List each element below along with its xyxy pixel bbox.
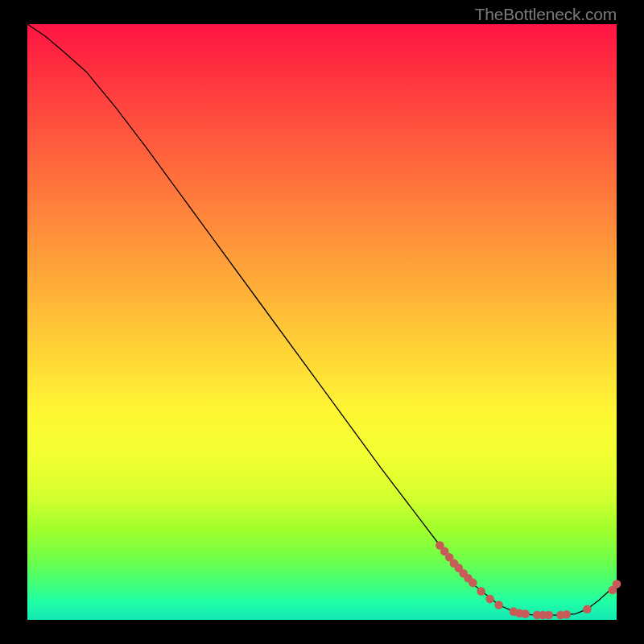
data-point — [545, 611, 554, 620]
data-point — [494, 601, 503, 609]
scatter-markers — [436, 541, 621, 619]
data-point — [562, 610, 571, 619]
data-point — [613, 580, 621, 588]
data-point — [469, 579, 477, 588]
data-point — [485, 595, 494, 604]
data-point — [521, 609, 530, 618]
data-point — [583, 605, 592, 613]
chart-container: TheBottleneck.com — [0, 0, 644, 644]
curve-line — [27, 24, 617, 615]
watermark-text: TheBottleneck.com — [475, 5, 617, 24]
chart-svg-overlay — [27, 24, 617, 620]
data-point — [477, 587, 485, 596]
